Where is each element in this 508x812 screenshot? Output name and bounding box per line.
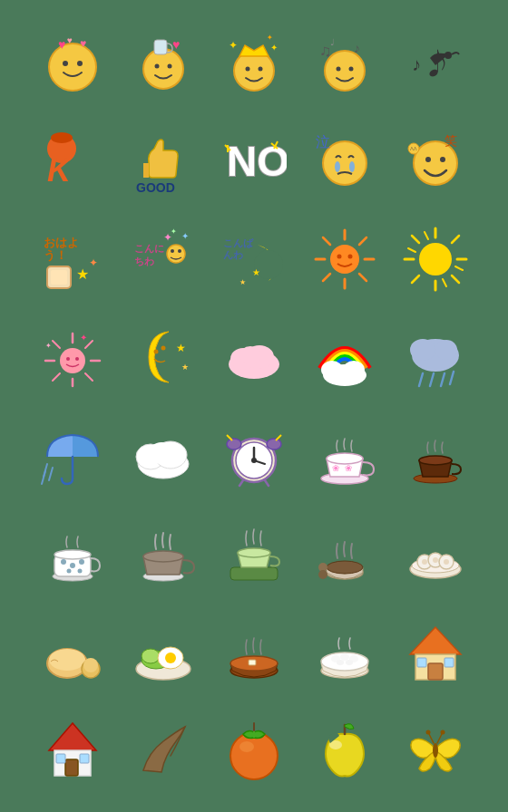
svg-text:❀: ❀ — [345, 463, 352, 473]
svg-point-76 — [419, 243, 452, 276]
svg-point-148 — [70, 563, 75, 568]
sticker-s24[interactable]: ❀ ❀ — [299, 406, 390, 504]
svg-point-112 — [343, 361, 365, 379]
sticker-s20[interactable] — [390, 308, 481, 406]
svg-line-119 — [450, 372, 454, 384]
sticker-s17[interactable]: ★ ★ — [118, 308, 209, 406]
sticker-s19[interactable] — [299, 308, 390, 406]
sticker-s2[interactable]: ♥ — [118, 14, 209, 112]
svg-point-1 — [63, 61, 68, 66]
svg-point-159 — [318, 570, 327, 579]
svg-point-115 — [435, 340, 457, 360]
sticker-s36[interactable] — [27, 700, 118, 798]
sticker-s18[interactable] — [209, 308, 299, 406]
svg-point-149 — [79, 559, 84, 565]
sticker-s11[interactable]: おはよ う！ ★ ✦ — [27, 210, 118, 308]
svg-text:✦: ✦ — [89, 256, 98, 269]
svg-point-133 — [267, 439, 281, 450]
svg-point-207 — [441, 730, 445, 735]
sticker-s32[interactable] — [118, 602, 209, 700]
svg-line-134 — [239, 480, 243, 486]
sticker-s40[interactable] — [390, 700, 481, 798]
sticker-s12[interactable]: こんに ちわ ✦ ✦ ✦ — [118, 210, 209, 308]
svg-text:♥: ♥ — [67, 35, 73, 45]
svg-text:んわ: んわ — [223, 249, 243, 260]
svg-text:❀: ❀ — [332, 463, 339, 473]
svg-text:こんば: こんば — [223, 237, 254, 248]
svg-point-171 — [83, 658, 98, 672]
svg-point-167 — [444, 559, 449, 565]
svg-line-75 — [323, 274, 330, 281]
sticker-s27[interactable] — [118, 504, 209, 602]
sticker-s26[interactable] — [27, 504, 118, 602]
svg-point-89 — [60, 348, 85, 373]
sticker-s14[interactable] — [299, 210, 390, 308]
svg-point-90 — [66, 357, 70, 361]
svg-rect-194 — [65, 759, 78, 776]
svg-point-55 — [171, 249, 174, 253]
svg-point-126 — [149, 442, 174, 464]
svg-text:♪: ♪ — [412, 54, 421, 74]
sticker-s37[interactable] — [118, 700, 209, 798]
sticker-s30[interactable] — [390, 504, 481, 602]
svg-rect-195 — [56, 754, 65, 763]
svg-point-203 — [433, 743, 438, 758]
svg-marker-14 — [239, 45, 269, 56]
sticker-s35[interactable] — [390, 602, 481, 700]
sticker-s28[interactable] — [209, 504, 299, 602]
svg-text:✦: ✦ — [267, 34, 273, 42]
sticker-s7[interactable]: GOOD — [118, 112, 209, 210]
svg-rect-9 — [154, 40, 167, 54]
sticker-s8[interactable]: NO — [209, 112, 299, 210]
svg-text:K: K — [47, 151, 73, 188]
svg-point-165 — [422, 559, 427, 565]
sticker-s1[interactable]: ♥ ♥ ♥ — [27, 14, 118, 112]
sticker-s16[interactable]: ✦ ✦ — [27, 308, 118, 406]
sticker-s33[interactable] — [209, 602, 299, 700]
svg-rect-196 — [80, 754, 89, 763]
sticker-s34[interactable] — [299, 602, 390, 700]
svg-point-114 — [410, 339, 435, 361]
sticker-s15[interactable] — [390, 210, 481, 308]
sticker-s31[interactable] — [27, 602, 118, 700]
svg-text:泣: 泣 — [316, 134, 330, 150]
svg-text:✦: ✦ — [270, 43, 278, 53]
svg-point-13 — [259, 67, 263, 72]
svg-point-7 — [155, 64, 160, 69]
sticker-s4[interactable]: ♫ ♪ ♩ — [299, 14, 390, 112]
svg-line-116 — [419, 373, 423, 386]
svg-line-87 — [425, 232, 428, 239]
svg-text:♥: ♥ — [80, 37, 86, 50]
svg-line-117 — [430, 373, 434, 386]
svg-rect-191 — [444, 658, 454, 667]
sticker-s29[interactable] — [299, 504, 390, 602]
sticker-s25[interactable] — [390, 406, 481, 504]
svg-line-86 — [455, 266, 463, 270]
svg-line-74 — [359, 237, 366, 245]
sticker-s10[interactable]: 笑 ^^ — [390, 112, 481, 210]
svg-text:✦: ✦ — [45, 342, 52, 350]
svg-point-56 — [178, 249, 181, 253]
svg-point-174 — [142, 649, 160, 663]
svg-point-206 — [426, 730, 431, 735]
sticker-s38[interactable] — [209, 700, 299, 798]
sticker-s23[interactable] — [209, 406, 299, 504]
svg-text:★: ★ — [176, 342, 186, 354]
sticker-s5[interactable]: 𝅘𝅥𝅮 ♪ — [390, 14, 481, 112]
sticker-s9[interactable]: 泣 — [299, 112, 390, 210]
svg-text:★: ★ — [76, 266, 89, 282]
sticker-s22[interactable] — [118, 406, 209, 504]
svg-line-122 — [42, 471, 45, 484]
svg-point-2 — [77, 61, 83, 66]
sticker-s6[interactable]: K — [27, 112, 118, 210]
svg-point-186 — [346, 660, 353, 665]
sticker-s13[interactable]: こんば んわ ★ ★ — [209, 210, 299, 308]
sticker-s3[interactable]: ✦ ✦ ✦ — [209, 14, 299, 112]
svg-point-176 — [165, 652, 176, 663]
svg-line-135 — [265, 480, 269, 486]
svg-point-12 — [246, 67, 250, 72]
svg-point-0 — [49, 44, 96, 91]
sticker-s39[interactable] — [299, 700, 390, 798]
sticker-s21[interactable] — [27, 406, 118, 504]
svg-point-8 — [168, 64, 172, 69]
